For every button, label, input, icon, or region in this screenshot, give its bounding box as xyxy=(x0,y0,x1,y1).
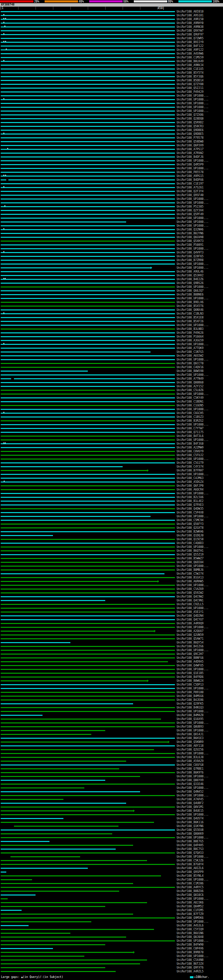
alignment-bar[interactable] xyxy=(14,378,175,379)
hit-accession-label[interactable]: UniRef100_A2QUU7 xyxy=(176,630,204,633)
alignment-bar[interactable] xyxy=(1,531,175,532)
alignment-bar[interactable] xyxy=(1,661,168,662)
hit-accession-label[interactable]: UniRef100_Q0UB93 xyxy=(176,725,204,728)
alignment-bar[interactable] xyxy=(1,696,175,697)
hit-accession-label[interactable]: UniRef100_Q6CCT0 xyxy=(176,362,204,365)
hit-accession-label[interactable]: UniRef100_UP1000... xyxy=(176,878,209,881)
hit-accession-label[interactable]: UniRef100_B1GX13 xyxy=(176,576,204,579)
hit-accession-label[interactable]: UniRef100_A4D9A5 xyxy=(176,660,204,663)
alignment-bar[interactable] xyxy=(1,554,175,555)
hit-accession-label[interactable]: UniRef100_UP1000... xyxy=(176,106,209,109)
alignment-bar[interactable] xyxy=(1,122,175,123)
alignment-bar[interactable] xyxy=(1,264,175,264)
alignment-bar[interactable] xyxy=(1,397,175,398)
alignment-bar[interactable] xyxy=(1,409,175,410)
hit-accession-label[interactable]: UniRef100_Q7QA53 xyxy=(176,851,204,854)
alignment-bar[interactable] xyxy=(1,577,175,578)
alignment-bar[interactable] xyxy=(1,451,175,452)
hit-accession-label[interactable]: UniRef100_B9RB70 xyxy=(176,951,204,954)
alignment-bar[interactable] xyxy=(1,760,126,762)
hit-accession-label[interactable]: UniRef100_B7ZRR8 xyxy=(176,259,204,262)
hit-accession-label[interactable]: UniRef100_A7S261 xyxy=(176,186,204,189)
hit-accession-label[interactable]: UniRef100_Q84M52 xyxy=(176,905,204,908)
alignment-bar[interactable] xyxy=(1,61,175,62)
hit-accession-label[interactable]: UniRef100_UP1000... xyxy=(176,565,209,568)
alignment-bar[interactable] xyxy=(1,959,147,961)
alignment-bar[interactable] xyxy=(1,508,175,509)
alignment-bar[interactable] xyxy=(1,558,175,559)
alignment-bar[interactable] xyxy=(1,657,175,659)
hit-accession-label[interactable]: UniRef100_UP1000... xyxy=(176,94,209,97)
hit-accession-label[interactable]: UniRef100_A59AZ9 xyxy=(176,760,204,763)
hit-accession-label[interactable]: UniRef100_B6K9T6 xyxy=(176,771,204,774)
alignment-bar[interactable] xyxy=(1,688,175,689)
alignment-bar[interactable] xyxy=(1,646,175,647)
alignment-bar[interactable] xyxy=(1,352,151,353)
alignment-bar[interactable] xyxy=(1,730,105,731)
hit-accession-label[interactable]: UniRef100_B5Y3Q6 xyxy=(176,75,204,78)
alignment-bar[interactable] xyxy=(1,527,175,528)
hit-accession-label[interactable]: UniRef100_Q66JQ7 xyxy=(176,289,204,293)
alignment-bar[interactable] xyxy=(1,233,175,234)
hit-accession-label[interactable]: UniRef100_A9UL46 xyxy=(176,270,204,273)
alignment-bar[interactable] xyxy=(1,88,175,89)
alignment-bar[interactable] xyxy=(1,550,175,551)
hit-accession-label[interactable]: UniRef100_Q5PF49 xyxy=(176,213,204,216)
alignment-bar[interactable] xyxy=(1,711,175,712)
hit-accession-label[interactable]: UniRef100_Q2GXT8 xyxy=(176,526,204,530)
hit-accession-label[interactable]: UniRef100_A9RN38 xyxy=(176,25,204,29)
hit-accession-label[interactable]: UniRef100_A7AP45 xyxy=(176,798,204,801)
alignment-bar[interactable] xyxy=(1,814,175,815)
alignment-bar[interactable] xyxy=(1,940,175,942)
alignment-bar[interactable] xyxy=(1,523,175,525)
hit-accession-label[interactable]: UniRef100_Q0J0A8 xyxy=(176,935,204,939)
alignment-bar[interactable] xyxy=(1,894,35,896)
alignment-bar[interactable] xyxy=(1,956,84,957)
alignment-bar[interactable] xyxy=(1,107,175,108)
alignment-bar[interactable] xyxy=(1,221,126,223)
hit-accession-label[interactable]: UniRef100_UP1000... xyxy=(176,897,209,900)
alignment-bar[interactable] xyxy=(1,137,175,138)
hit-accession-label[interactable]: UniRef100_A4RYC5 xyxy=(176,886,204,889)
alignment-bar[interactable] xyxy=(1,566,175,566)
alignment-bar[interactable] xyxy=(1,455,175,456)
hit-accession-label[interactable]: UniRef100_P50891 xyxy=(176,243,204,247)
alignment-bar[interactable] xyxy=(1,570,175,571)
alignment-bar[interactable] xyxy=(1,864,175,865)
hit-accession-label[interactable]: UniRef100_UP1000... xyxy=(176,813,209,816)
alignment-bar[interactable] xyxy=(1,34,175,35)
alignment-bar[interactable] xyxy=(1,638,175,639)
hit-accession-label[interactable]: UniRef100_Q9SF40 xyxy=(176,194,204,197)
alignment-bar[interactable] xyxy=(1,872,6,873)
hit-accession-label[interactable]: UniRef100_Q15E58 xyxy=(176,538,204,541)
alignment-bar[interactable] xyxy=(1,271,175,272)
alignment-bar[interactable] xyxy=(1,103,175,104)
alignment-bar[interactable] xyxy=(1,275,175,276)
hit-accession-label[interactable]: UniRef100_B0JYN6 xyxy=(176,232,204,235)
hit-accession-label[interactable]: UniRef100_B3RZG2 xyxy=(176,419,204,422)
alignment-bar[interactable] xyxy=(1,906,105,907)
hit-accession-label[interactable]: UniRef100_UP1000... xyxy=(176,584,209,587)
alignment-bar[interactable] xyxy=(1,359,175,360)
alignment-bar[interactable] xyxy=(1,466,123,467)
hit-accession-label[interactable]: UniRef100_B5X1E8 xyxy=(176,316,204,319)
hit-accession-label[interactable]: UniRef100_UP1000... xyxy=(176,358,209,361)
alignment-bar[interactable] xyxy=(1,879,32,880)
hit-accession-label[interactable]: UniRef100_Q4C9N1 xyxy=(176,599,204,602)
hit-accession-label[interactable]: UniRef100_P52305 xyxy=(176,205,204,208)
alignment-bar[interactable] xyxy=(1,329,175,329)
alignment-bar[interactable] xyxy=(1,887,175,888)
hit-accession-label[interactable]: UniRef100_A6RHW5 xyxy=(176,580,204,583)
alignment-bar[interactable] xyxy=(1,22,175,24)
hit-accession-label[interactable]: UniRef100_B7FTZ9 xyxy=(176,913,204,916)
alignment-bar[interactable] xyxy=(1,168,175,169)
alignment-bar[interactable] xyxy=(1,355,175,356)
hit-accession-label[interactable]: UniRef100_Q4UST4 xyxy=(176,817,204,820)
alignment-bar[interactable] xyxy=(1,470,147,471)
hit-accession-label[interactable]: UniRef100_Q010C6 xyxy=(176,893,204,897)
hit-accession-label[interactable]: UniRef100_B0E7G5 xyxy=(176,840,204,843)
alignment-bar[interactable] xyxy=(1,118,175,119)
hit-accession-label[interactable]: UniRef100_A5DGZ4 xyxy=(176,480,204,484)
alignment-bar[interactable] xyxy=(1,596,175,597)
alignment-bar[interactable] xyxy=(1,925,29,926)
